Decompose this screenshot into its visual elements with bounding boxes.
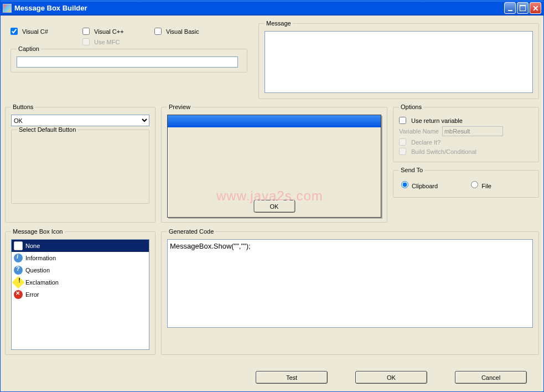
message-legend: Message xyxy=(265,20,293,27)
icon-item-exclamation[interactable]: Exclamation xyxy=(12,276,149,288)
preview-titlebar xyxy=(168,115,381,127)
test-button[interactable]: Test xyxy=(256,371,328,384)
icon-item-error[interactable]: Error xyxy=(12,288,149,301)
icon-group: Message Box Icon None Information Questi… xyxy=(5,228,156,355)
build-switch-label: Build Switch/Conditional xyxy=(411,148,476,155)
var-name-label: Variable Name xyxy=(399,128,439,135)
icon-item-information[interactable]: Information xyxy=(12,252,149,264)
titlebar[interactable]: Message Box Builder ✕ xyxy=(1,1,543,16)
app-icon xyxy=(3,4,12,13)
app-window: Message Box Builder ✕ Visual C# Visual C… xyxy=(0,0,544,392)
default-button-legend: Select Default Button xyxy=(17,126,77,133)
generated-code-group: Generated Code MessageBox.Show("",""); xyxy=(161,228,539,355)
buttons-legend: Buttons xyxy=(11,104,35,110)
dialog-buttons: Test OK Cancel xyxy=(256,371,527,384)
lang-csharp-input[interactable] xyxy=(11,28,18,35)
message-textarea[interactable] xyxy=(265,31,533,93)
maximize-button[interactable] xyxy=(517,2,529,14)
caption-group: Caption xyxy=(11,45,247,73)
sendto-clipboard[interactable]: Clipboard xyxy=(401,181,438,189)
icon-legend: Message Box Icon xyxy=(11,228,65,235)
exclamation-icon xyxy=(12,276,25,289)
message-group: Message xyxy=(258,20,539,99)
buttons-group: Buttons OK Select Default Button xyxy=(5,104,156,223)
error-icon xyxy=(14,290,23,299)
preview-legend: Preview xyxy=(167,104,192,110)
options-legend: Options xyxy=(399,104,423,110)
sendto-legend: Send To xyxy=(399,167,424,173)
lang-cpp-input[interactable] xyxy=(82,28,90,35)
buttons-combo[interactable]: OK xyxy=(11,115,149,126)
client-area: Visual C# Visual C++ Visual Basic Use MF… xyxy=(1,16,543,391)
none-icon xyxy=(14,241,23,250)
icon-listbox[interactable]: None Information Question Exclamation xyxy=(11,239,149,350)
icon-item-none[interactable]: None xyxy=(12,240,149,252)
minimize-button[interactable] xyxy=(504,2,516,14)
use-mfc-input xyxy=(82,38,90,45)
lang-csharp-check[interactable]: Visual C# xyxy=(11,28,82,35)
use-mfc-check: Use MFC xyxy=(82,38,154,45)
sendto-file[interactable]: File xyxy=(471,181,491,189)
options-group: Options Use return variable Variable Nam… xyxy=(393,104,539,162)
lang-vb-check[interactable]: Visual Basic xyxy=(154,28,226,35)
generated-code-legend: Generated Code xyxy=(167,228,215,235)
sendto-file-radio[interactable] xyxy=(471,181,478,188)
sendto-clipboard-radio[interactable] xyxy=(401,181,408,188)
use-return-check[interactable] xyxy=(399,117,406,124)
ok-button[interactable]: OK xyxy=(355,371,427,384)
window-title: Message Box Builder xyxy=(14,4,87,12)
lang-cpp-check[interactable]: Visual C++ xyxy=(82,28,154,35)
information-icon xyxy=(14,254,23,262)
question-icon xyxy=(14,266,23,275)
declare-label: Declare It? xyxy=(411,139,441,146)
use-return-label: Use return variable xyxy=(411,117,463,124)
build-switch-check xyxy=(399,148,406,155)
caption-legend: Caption xyxy=(17,45,41,52)
icon-item-question[interactable]: Question xyxy=(12,264,149,276)
sendto-group: Send To Clipboard File xyxy=(393,167,539,198)
generated-code-text[interactable]: MessageBox.Show("",""); xyxy=(167,239,533,328)
close-button[interactable]: ✕ xyxy=(530,2,541,14)
preview-group: Preview OK xyxy=(161,104,387,223)
language-panel: Visual C# Visual C++ Visual Basic Use MF… xyxy=(5,20,253,99)
lang-vb-input[interactable] xyxy=(154,28,162,35)
preview-ok-button[interactable]: OK xyxy=(253,200,295,213)
var-name-input xyxy=(442,126,503,136)
declare-check xyxy=(399,138,406,146)
window-controls: ✕ xyxy=(504,2,541,14)
preview-messagebox: OK xyxy=(167,115,381,218)
caption-input[interactable] xyxy=(17,56,238,68)
cancel-button[interactable]: Cancel xyxy=(455,371,527,384)
default-button-group: Select Default Button xyxy=(11,126,149,204)
